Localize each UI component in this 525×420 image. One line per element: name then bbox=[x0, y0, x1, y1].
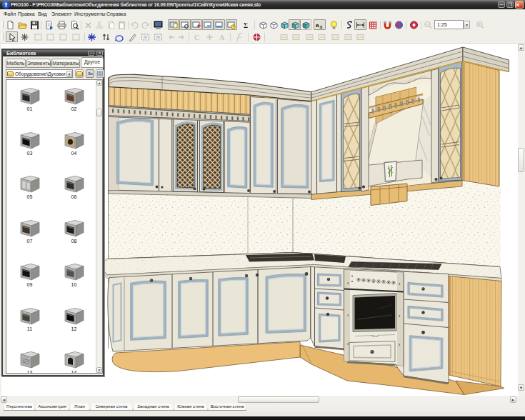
svg-text:A: A bbox=[219, 34, 225, 41]
svg-text:a: a bbox=[316, 22, 319, 29]
svg-text:C: C bbox=[194, 34, 199, 41]
svg-text:Σ: Σ bbox=[244, 21, 248, 29]
svg-text:a: a bbox=[320, 24, 323, 29]
svg-text:S-line: S-line bbox=[372, 335, 379, 338]
